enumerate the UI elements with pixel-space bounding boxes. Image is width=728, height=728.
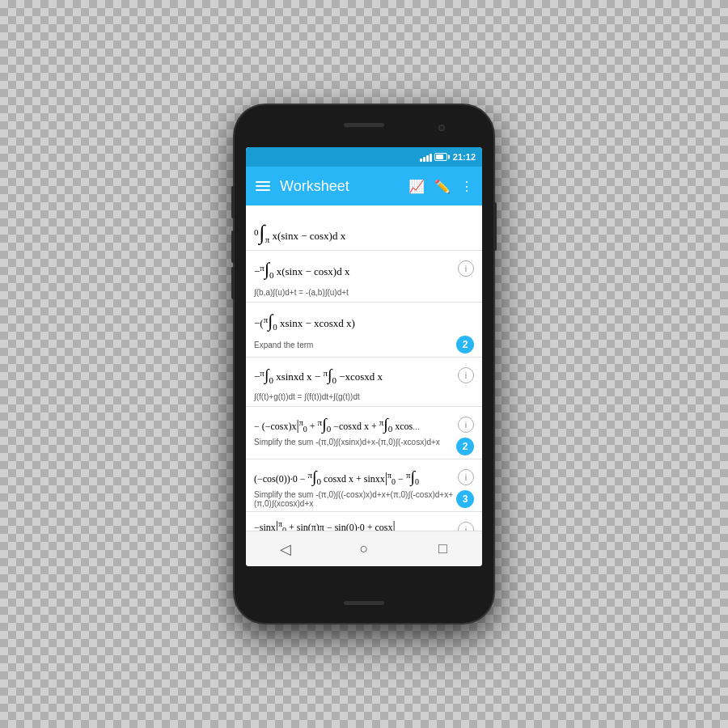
list-item: 0∫π x(sinx − cosx)d x xyxy=(246,212,482,250)
hint-row-3: Expand the term 2 xyxy=(246,336,482,357)
list-item: −π∫0 xsinxd x − π∫0 −xcosxd x i xyxy=(246,358,482,388)
more-icon[interactable]: ⋮ xyxy=(460,179,472,194)
hint-text-4: ∫(f(t)+g(t))dt = ∫(f(t))dt+∫(g(t))dt xyxy=(254,392,360,401)
entry-action-7[interactable]: i xyxy=(455,518,474,531)
signal-bars xyxy=(420,152,432,162)
formula-5: − (−cosx)x|π0 + π∫0 −cosxd x + π∫0 xcos… xyxy=(254,412,450,436)
hint-row-6: Simplify the sum -(π,0)∫((-cosx)x)d+x+(π… xyxy=(246,490,482,511)
entry-action-4[interactable]: i xyxy=(455,364,474,383)
hint-row-2: ∫(b,a)∫(u)d+t = -(a,b)∫(u)d+t xyxy=(246,284,482,302)
formula-1: 0∫π x(sinx − cosx)d x xyxy=(254,217,474,248)
phone-screen: 21:12 Worksheet 📈 ✏️ ⋮ 0∫π x(sinx − cosx… xyxy=(246,147,482,566)
back-button[interactable]: ◁ xyxy=(269,533,302,565)
formula-6: (−cos(0))·0 − π∫0 cosxd x + sinxx|π0 − π… xyxy=(254,464,450,489)
home-indicator xyxy=(344,601,384,605)
status-bar: 21:12 xyxy=(246,147,482,167)
formula-4: −π∫0 xsinxd x − π∫0 −xcosxd x xyxy=(254,362,450,387)
info-button-4[interactable]: i xyxy=(458,367,474,383)
hint-text-6: Simplify the sum -(π,0)∫((-cosx)x)d+x+(π… xyxy=(254,490,453,508)
info-button-6[interactable]: i xyxy=(458,469,474,485)
formula-2: −π∫0 x(sinx − cosx)d x xyxy=(254,256,450,282)
content-area: 0∫π x(sinx − cosx)d x −π∫0 x(sinx − cosx… xyxy=(246,205,482,531)
nav-bar: ◁ ○ □ xyxy=(246,531,482,566)
step-badge-3[interactable]: 2 xyxy=(456,336,474,353)
hint-row-4: ∫(f(t)+g(t))dt = ∫(f(t))dt+∫(g(t))dt xyxy=(246,388,482,406)
status-icons: 21:12 xyxy=(420,152,476,162)
list-item: −(π∫0 xsinx − xcosxd x) xyxy=(246,303,482,336)
entry-action-6[interactable]: i xyxy=(455,466,474,485)
step-badge-5[interactable]: 2 xyxy=(456,438,474,455)
formula-7: −sinx|π0 + sin(π)π − sin(0)·0 + cosx| xyxy=(254,517,450,531)
hamburger-line-1 xyxy=(256,181,270,183)
info-button-2[interactable]: i xyxy=(458,260,474,277)
list-item: − (−cosx)x|π0 + π∫0 −cosxd x + π∫0 xcos…… xyxy=(246,407,482,438)
entry-action-5[interactable]: i xyxy=(455,413,474,433)
list-item: −π∫0 x(sinx − cosx)d x i xyxy=(246,251,482,284)
entry-action-2[interactable]: i xyxy=(455,257,474,277)
step-badge-6[interactable]: 3 xyxy=(456,490,474,508)
signal-bar-2 xyxy=(423,157,425,162)
info-button-5[interactable]: i xyxy=(458,417,474,433)
app-bar: Worksheet 📈 ✏️ ⋮ xyxy=(246,167,482,205)
menu-icon[interactable] xyxy=(256,181,270,191)
battery-fill xyxy=(436,154,444,159)
camera xyxy=(438,125,445,131)
battery-icon xyxy=(434,153,447,161)
signal-bar-4 xyxy=(430,154,432,162)
speaker xyxy=(344,123,384,127)
signal-bar-3 xyxy=(426,155,429,162)
status-time: 21:12 xyxy=(453,152,476,162)
list-item: −sinx|π0 + sin(π)π − sin(0)·0 + cosx| i xyxy=(246,512,482,531)
signal-bar-1 xyxy=(420,159,422,162)
list-item: (−cos(0))·0 − π∫0 cosxd x + sinxx|π0 − π… xyxy=(246,459,482,490)
app-title: Worksheet xyxy=(280,178,399,195)
recents-button[interactable]: □ xyxy=(426,533,459,565)
hamburger-line-2 xyxy=(256,185,270,187)
hamburger-line-3 xyxy=(256,189,270,191)
home-button[interactable]: ○ xyxy=(348,533,380,565)
hint-text-3: Expand the term xyxy=(254,341,313,349)
phone-device: 21:12 Worksheet 📈 ✏️ ⋮ 0∫π x(sinx − cosx… xyxy=(235,105,493,623)
hint-text-2: ∫(b,a)∫(u)d+t = -(a,b)∫(u)d+t xyxy=(254,288,349,297)
hint-row-5: Simplify the sum -(π,0)∫(xsinx)d+x-(π,0)… xyxy=(246,438,482,459)
info-button-7[interactable]: i xyxy=(458,522,474,531)
formula-3: −(π∫0 xsinx − xcosxd x) xyxy=(254,307,474,334)
edit-icon[interactable]: ✏️ xyxy=(434,179,451,194)
hint-text-5: Simplify the sum -(π,0)∫(xsinx)d+x-(π,0)… xyxy=(254,438,440,447)
chart-icon[interactable]: 📈 xyxy=(408,179,425,194)
